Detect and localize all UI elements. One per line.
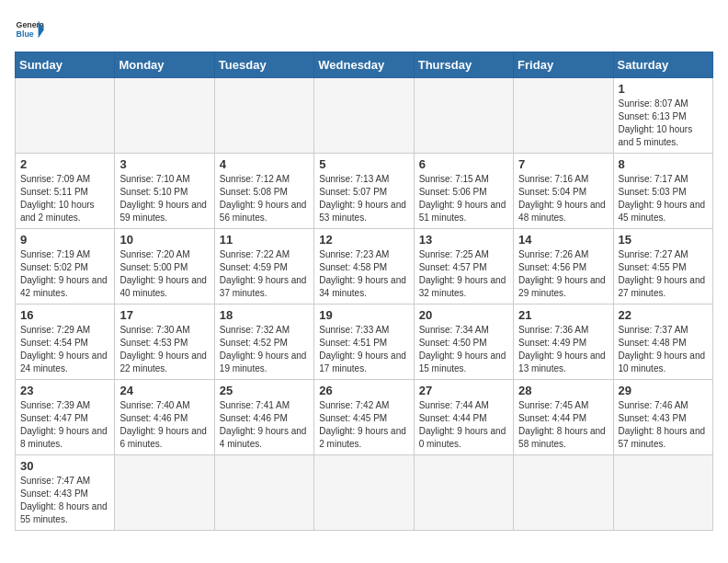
day-info: Sunrise: 8:07 AM Sunset: 6:13 PM Dayligh…: [619, 98, 708, 149]
calendar-cell: [115, 455, 214, 531]
calendar-table: SundayMondayTuesdayWednesdayThursdayFrid…: [15, 52, 713, 531]
week-row-2: 2Sunrise: 7:09 AM Sunset: 5:11 PM Daylig…: [16, 154, 713, 229]
calendar-cell: 16Sunrise: 7:29 AM Sunset: 4:54 PM Dayli…: [16, 304, 115, 380]
day-number: 18: [220, 308, 309, 322]
calendar-cell: 18Sunrise: 7:32 AM Sunset: 4:52 PM Dayli…: [214, 304, 313, 380]
calendar-cell: [514, 455, 613, 531]
day-info: Sunrise: 7:15 AM Sunset: 5:06 PM Dayligh…: [419, 173, 508, 224]
day-info: Sunrise: 7:33 AM Sunset: 4:51 PM Dayligh…: [319, 324, 408, 375]
day-number: 28: [518, 384, 608, 397]
day-info: Sunrise: 7:26 AM Sunset: 4:56 PM Dayligh…: [518, 248, 608, 300]
day-info: Sunrise: 7:25 AM Sunset: 4:57 PM Dayligh…: [419, 248, 508, 300]
week-row-5: 23Sunrise: 7:39 AM Sunset: 4:47 PM Dayli…: [16, 380, 713, 455]
calendar-cell: 19Sunrise: 7:33 AM Sunset: 4:51 PM Dayli…: [314, 304, 414, 380]
calendar-cell: 23Sunrise: 7:39 AM Sunset: 4:47 PM Dayli…: [16, 380, 115, 455]
day-number: 20: [419, 308, 508, 322]
day-number: 8: [619, 157, 708, 171]
day-number: 3: [119, 157, 209, 171]
calendar-cell: 1Sunrise: 8:07 AM Sunset: 6:13 PM Daylig…: [613, 78, 712, 154]
calendar-cell: [414, 78, 513, 154]
calendar-cell: 26Sunrise: 7:42 AM Sunset: 4:45 PM Dayli…: [314, 380, 414, 455]
calendar-cell: [314, 78, 414, 154]
day-info: Sunrise: 7:34 AM Sunset: 4:50 PM Dayligh…: [419, 324, 508, 375]
day-info: Sunrise: 7:09 AM Sunset: 5:11 PM Dayligh…: [20, 173, 109, 224]
day-number: 7: [518, 157, 608, 171]
day-number: 21: [518, 308, 608, 322]
day-number: 26: [319, 384, 408, 397]
calendar-cell: [115, 78, 214, 154]
day-info: Sunrise: 7:45 AM Sunset: 4:44 PM Dayligh…: [518, 399, 608, 451]
calendar-cell: 4Sunrise: 7:12 AM Sunset: 5:08 PM Daylig…: [214, 154, 313, 229]
day-header-wednesday: Wednesday: [314, 52, 414, 78]
calendar-cell: 11Sunrise: 7:22 AM Sunset: 4:59 PM Dayli…: [214, 229, 313, 304]
calendar-cell: 25Sunrise: 7:41 AM Sunset: 4:46 PM Dayli…: [214, 380, 313, 455]
calendar-cell: 13Sunrise: 7:25 AM Sunset: 4:57 PM Dayli…: [414, 229, 513, 304]
calendar-cell: 3Sunrise: 7:10 AM Sunset: 5:10 PM Daylig…: [115, 154, 214, 229]
day-number: 15: [619, 233, 708, 247]
day-number: 10: [119, 233, 209, 247]
day-info: Sunrise: 7:32 AM Sunset: 4:52 PM Dayligh…: [220, 324, 309, 375]
calendar-cell: 6Sunrise: 7:15 AM Sunset: 5:06 PM Daylig…: [414, 154, 513, 229]
week-row-3: 9Sunrise: 7:19 AM Sunset: 5:02 PM Daylig…: [16, 229, 713, 304]
day-info: Sunrise: 7:41 AM Sunset: 4:46 PM Dayligh…: [220, 399, 309, 451]
day-number: 12: [319, 233, 408, 247]
day-info: Sunrise: 7:23 AM Sunset: 4:58 PM Dayligh…: [319, 248, 408, 300]
calendar-cell: 27Sunrise: 7:44 AM Sunset: 4:44 PM Dayli…: [414, 380, 513, 455]
day-number: 4: [220, 157, 309, 171]
day-info: Sunrise: 7:27 AM Sunset: 4:55 PM Dayligh…: [619, 248, 708, 300]
days-header-row: SundayMondayTuesdayWednesdayThursdayFrid…: [16, 52, 713, 78]
svg-text:Blue: Blue: [17, 29, 34, 39]
day-number: 11: [220, 233, 309, 247]
day-header-friday: Friday: [514, 52, 613, 78]
day-info: Sunrise: 7:30 AM Sunset: 4:53 PM Dayligh…: [119, 324, 209, 375]
day-info: Sunrise: 7:12 AM Sunset: 5:08 PM Dayligh…: [220, 173, 309, 224]
day-number: 17: [119, 308, 209, 322]
calendar-cell: 9Sunrise: 7:19 AM Sunset: 5:02 PM Daylig…: [16, 229, 115, 304]
week-row-4: 16Sunrise: 7:29 AM Sunset: 4:54 PM Dayli…: [16, 304, 713, 380]
day-header-tuesday: Tuesday: [214, 52, 313, 78]
calendar-cell: 2Sunrise: 7:09 AM Sunset: 5:11 PM Daylig…: [16, 154, 115, 229]
week-row-6: 30Sunrise: 7:47 AM Sunset: 4:43 PM Dayli…: [16, 455, 713, 531]
calendar-cell: 29Sunrise: 7:46 AM Sunset: 4:43 PM Dayli…: [613, 380, 712, 455]
calendar-cell: [613, 455, 712, 531]
logo-area: General Blue: [15, 15, 44, 44]
calendar-cell: 24Sunrise: 7:40 AM Sunset: 4:46 PM Dayli…: [115, 380, 214, 455]
day-info: Sunrise: 7:29 AM Sunset: 4:54 PM Dayligh…: [20, 324, 109, 375]
day-info: Sunrise: 7:17 AM Sunset: 5:03 PM Dayligh…: [619, 173, 708, 224]
calendar-cell: 28Sunrise: 7:45 AM Sunset: 4:44 PM Dayli…: [514, 380, 613, 455]
calendar-cell: [16, 78, 115, 154]
day-number: 25: [220, 384, 309, 397]
day-info: Sunrise: 7:36 AM Sunset: 4:49 PM Dayligh…: [518, 324, 608, 375]
day-number: 16: [20, 308, 109, 322]
day-number: 9: [20, 233, 109, 247]
day-header-saturday: Saturday: [613, 52, 712, 78]
day-info: Sunrise: 7:42 AM Sunset: 4:45 PM Dayligh…: [319, 399, 408, 451]
calendar-cell: [314, 455, 414, 531]
day-info: Sunrise: 7:19 AM Sunset: 5:02 PM Dayligh…: [20, 248, 109, 300]
week-row-1: 1Sunrise: 8:07 AM Sunset: 6:13 PM Daylig…: [16, 78, 713, 154]
calendar-cell: 5Sunrise: 7:13 AM Sunset: 5:07 PM Daylig…: [314, 154, 414, 229]
day-info: Sunrise: 7:10 AM Sunset: 5:10 PM Dayligh…: [119, 173, 209, 224]
day-info: Sunrise: 7:39 AM Sunset: 4:47 PM Dayligh…: [20, 399, 109, 451]
day-number: 23: [20, 384, 109, 397]
day-info: Sunrise: 7:20 AM Sunset: 5:00 PM Dayligh…: [119, 248, 209, 300]
calendar-cell: [214, 78, 313, 154]
calendar-cell: [514, 78, 613, 154]
day-number: 6: [419, 157, 508, 171]
day-info: Sunrise: 7:40 AM Sunset: 4:46 PM Dayligh…: [119, 399, 209, 451]
day-info: Sunrise: 7:47 AM Sunset: 4:43 PM Dayligh…: [20, 475, 109, 526]
day-number: 24: [119, 384, 209, 397]
calendar-cell: 10Sunrise: 7:20 AM Sunset: 5:00 PM Dayli…: [115, 229, 214, 304]
day-info: Sunrise: 7:16 AM Sunset: 5:04 PM Dayligh…: [518, 173, 608, 224]
day-info: Sunrise: 7:22 AM Sunset: 4:59 PM Dayligh…: [220, 248, 309, 300]
calendar-cell: [414, 455, 513, 531]
day-info: Sunrise: 7:13 AM Sunset: 5:07 PM Dayligh…: [319, 173, 408, 224]
calendar-cell: 21Sunrise: 7:36 AM Sunset: 4:49 PM Dayli…: [514, 304, 613, 380]
day-number: 13: [419, 233, 508, 247]
calendar-cell: 15Sunrise: 7:27 AM Sunset: 4:55 PM Dayli…: [613, 229, 712, 304]
day-number: 2: [20, 157, 109, 171]
calendar-cell: 22Sunrise: 7:37 AM Sunset: 4:48 PM Dayli…: [613, 304, 712, 380]
calendar-cell: [214, 455, 313, 531]
day-number: 5: [319, 157, 408, 171]
calendar-cell: 30Sunrise: 7:47 AM Sunset: 4:43 PM Dayli…: [16, 455, 115, 531]
